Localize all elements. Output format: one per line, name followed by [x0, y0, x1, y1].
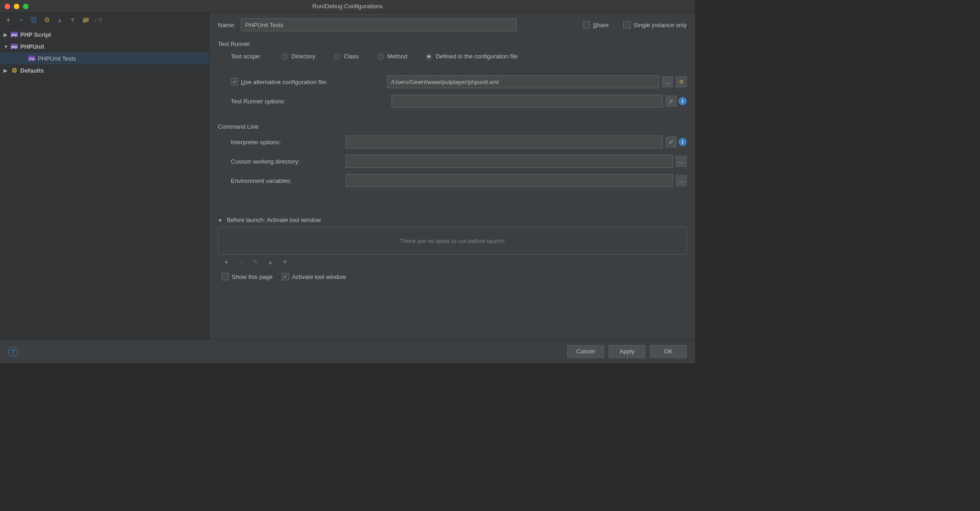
- folder-button[interactable]: 📁: [81, 15, 90, 24]
- single-instance-checkbox-wrap[interactable]: Single instance only: [623, 21, 687, 28]
- info-icon[interactable]: i: [678, 138, 687, 146]
- activate-tool-checkbox[interactable]: [282, 273, 289, 280]
- expand-runner-options-button[interactable]: ⤢: [666, 96, 677, 107]
- runner-options-row: Test Runner options: ⤢ i: [218, 95, 687, 108]
- add-task-button[interactable]: +: [222, 257, 231, 267]
- use-alt-config-checkbox[interactable]: [231, 78, 238, 85]
- remove-task-button[interactable]: −: [236, 257, 245, 267]
- env-vars-input[interactable]: [346, 174, 673, 187]
- php-icon: php: [10, 32, 18, 37]
- tree-item-phpunit[interactable]: ▼ php PHPUnit: [0, 40, 209, 52]
- before-launch-title: Before launch: Activate tool window: [227, 216, 321, 223]
- show-page-checkbox-wrap[interactable]: Show this page: [222, 273, 273, 280]
- alt-config-row: Use alternative configuration file: … ⚙: [218, 75, 687, 88]
- php-icon: php: [28, 56, 36, 61]
- empty-tasks-text: There are no tasks to run before launch: [400, 238, 505, 244]
- interpreter-options-row: Interpreter options: ⤢ i: [218, 136, 687, 148]
- alt-config-input[interactable]: [387, 75, 659, 88]
- runner-options-label: Test Runner options:: [231, 98, 392, 105]
- info-icon[interactable]: i: [678, 97, 687, 105]
- interpreter-options-label: Interpreter options:: [231, 139, 346, 146]
- use-alt-config-checkbox-wrap[interactable]: Use alternative configuration file:: [231, 78, 387, 85]
- php-icon: php: [10, 44, 18, 49]
- add-config-button[interactable]: +: [4, 15, 13, 24]
- move-task-down-button[interactable]: ▼: [280, 257, 290, 267]
- apply-button[interactable]: Apply: [609, 345, 645, 358]
- test-scope-radio-group: Directory Class Method Defined in the co…: [281, 53, 518, 60]
- main-panel: Name: SSharehare Single instance only Te…: [210, 13, 695, 339]
- chevron-down-icon: ▼: [218, 218, 222, 223]
- env-vars-label: Environment variables:: [231, 177, 346, 184]
- remove-config-button[interactable]: −: [17, 15, 26, 24]
- move-down-button[interactable]: ▼: [68, 15, 77, 24]
- cancel-button[interactable]: Cancel: [567, 345, 604, 358]
- minimize-window-button[interactable]: [14, 4, 19, 9]
- close-window-button[interactable]: [5, 4, 10, 9]
- browse-env-vars-button[interactable]: …: [676, 175, 687, 186]
- use-alt-config-label: Use alternative configuration file:: [241, 79, 328, 85]
- help-button[interactable]: ?: [8, 346, 18, 357]
- tree-label: PHP Script: [20, 31, 51, 38]
- sidebar-toolbar: + − ⿻ ⚙ ▲ ▼ 📁 ↓ᵃz: [0, 13, 209, 27]
- chevron-right-icon: ▶: [4, 32, 10, 37]
- working-dir-row: Custom working directory: …: [218, 155, 687, 168]
- before-launch-checks: Show this page Activate tool window: [218, 269, 687, 284]
- footer: ? Cancel Apply OK: [0, 339, 695, 363]
- show-page-label: Show this page: [232, 273, 273, 280]
- tree-label: Defaults: [20, 67, 44, 74]
- gear-icon: ⚙: [10, 67, 18, 74]
- interpreter-options-input[interactable]: [346, 136, 663, 148]
- radio-config-file[interactable]: Defined in the configuration file: [426, 53, 518, 60]
- radio-directory[interactable]: Directory: [281, 53, 315, 60]
- titlebar: Run/Debug Configurations: [0, 0, 695, 13]
- config-settings-button[interactable]: ⚙: [676, 76, 687, 87]
- command-line-title: Command Line: [218, 123, 687, 130]
- browse-config-button[interactable]: …: [662, 76, 673, 87]
- radio-method[interactable]: Method: [377, 53, 407, 60]
- share-checkbox-wrap[interactable]: SSharehare: [583, 21, 609, 28]
- tree-item-defaults[interactable]: ▶ ⚙ Defaults: [0, 64, 209, 76]
- config-tree: ▶ php PHP Script ▼ php PHPUnit php PHPUn…: [0, 27, 209, 339]
- single-instance-checkbox[interactable]: [623, 21, 631, 28]
- window-controls: [0, 4, 28, 9]
- tree-item-phpunit-tests[interactable]: php PHPUnit Tests: [0, 52, 209, 64]
- edit-task-button[interactable]: ✎: [251, 257, 260, 267]
- edit-defaults-button[interactable]: ⚙: [42, 15, 51, 24]
- runner-options-input[interactable]: [392, 95, 663, 108]
- name-label: Name:: [218, 22, 235, 28]
- env-vars-row: Environment variables: …: [218, 174, 687, 187]
- maximize-window-button[interactable]: [23, 4, 28, 9]
- before-launch-toolbar: + − ✎ ▲ ▼: [218, 255, 687, 269]
- share-checkbox[interactable]: [583, 21, 590, 28]
- working-dir-input[interactable]: [346, 155, 673, 168]
- body: + − ⿻ ⚙ ▲ ▼ 📁 ↓ᵃz ▶ php PHP Script ▼ php…: [0, 13, 695, 339]
- activate-tool-checkbox-wrap[interactable]: Activate tool window: [282, 273, 346, 280]
- test-scope-label: Test scope:: [231, 53, 281, 60]
- name-row: Name: SSharehare Single instance only: [218, 18, 687, 31]
- test-scope-row: Test scope: Directory Class Method Defin…: [218, 53, 687, 60]
- before-launch-tasks: There are no tasks to run before launch: [218, 227, 687, 255]
- name-input[interactable]: [241, 18, 517, 31]
- browse-working-dir-button[interactable]: …: [676, 156, 687, 167]
- share-label: SSharehare: [593, 22, 609, 28]
- single-instance-label: Single instance only: [633, 22, 687, 28]
- sort-button[interactable]: ↓ᵃz: [94, 15, 103, 24]
- move-task-up-button[interactable]: ▲: [266, 257, 275, 267]
- expand-interpreter-button[interactable]: ⤢: [666, 136, 677, 148]
- tree-label: PHPUnit Tests: [38, 55, 76, 62]
- copy-config-button[interactable]: ⿻: [29, 15, 39, 24]
- move-up-button[interactable]: ▲: [55, 15, 64, 24]
- before-launch-header[interactable]: ▼ Before launch: Activate tool window: [218, 216, 687, 223]
- tree-item-php-script[interactable]: ▶ php PHP Script: [0, 28, 209, 40]
- ok-button[interactable]: OK: [650, 345, 687, 358]
- window-title: Run/Debug Configurations: [312, 3, 382, 10]
- radio-class[interactable]: Class: [334, 53, 359, 60]
- sidebar: + − ⿻ ⚙ ▲ ▼ 📁 ↓ᵃz ▶ php PHP Script ▼ php…: [0, 13, 210, 339]
- working-dir-label: Custom working directory:: [231, 158, 346, 165]
- before-launch-section: ▼ Before launch: Activate tool window Th…: [218, 216, 687, 284]
- tree-label: PHPUnit: [20, 43, 44, 50]
- activate-tool-label: Activate tool window: [292, 273, 346, 280]
- footer-buttons: Cancel Apply OK: [567, 345, 687, 358]
- dialog-window: Run/Debug Configurations + − ⿻ ⚙ ▲ ▼ 📁 ↓…: [0, 0, 695, 363]
- show-page-checkbox[interactable]: [222, 273, 229, 280]
